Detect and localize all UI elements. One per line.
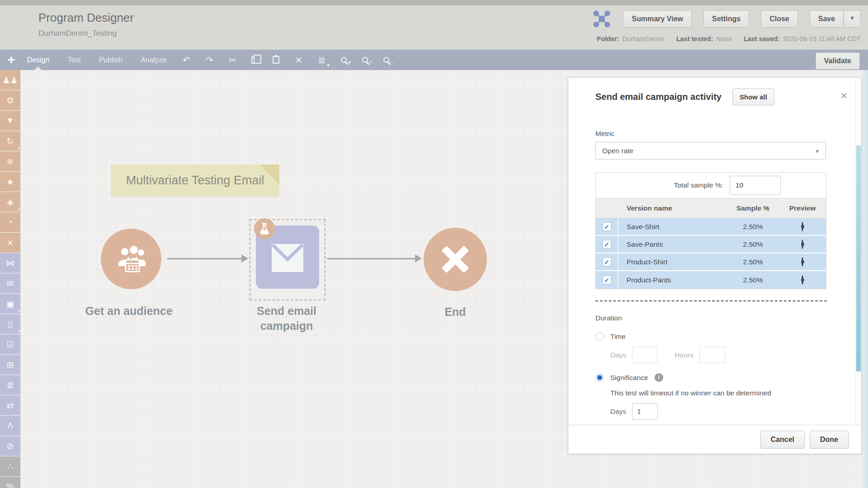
- end-icon: ✕: [7, 238, 14, 248]
- palette-wifi-icon[interactable]: ≋: [0, 151, 20, 171]
- tab-publish[interactable]: Publish: [99, 50, 123, 70]
- sync-audience-icon: ↻: [7, 136, 14, 146]
- palette-handshake-icon[interactable]: ⋈: [0, 253, 20, 273]
- tab-design[interactable]: Design: [27, 50, 50, 70]
- add-icon[interactable]: +: [7, 52, 15, 67]
- redo-icon[interactable]: ↷: [206, 55, 213, 66]
- version-checkbox[interactable]: ✓: [603, 258, 611, 266]
- palette-filter-icon[interactable]: ▼: [0, 111, 20, 131]
- timeout-text: This test will timeout if no winner can …: [610, 389, 832, 397]
- node-end[interactable]: [424, 228, 487, 291]
- version-checkbox[interactable]: ✓: [603, 240, 611, 249]
- meta-label: Last saved:: [744, 35, 780, 42]
- panel-scrollbar[interactable]: [855, 78, 861, 425]
- panel-close-icon[interactable]: ✕: [840, 90, 848, 101]
- palette-data-switch-icon[interactable]: ⇄: [0, 395, 20, 415]
- time-days-input[interactable]: [632, 347, 658, 363]
- validate-button[interactable]: Validate: [816, 52, 860, 70]
- node-send-email-campaign[interactable]: [250, 219, 326, 300]
- cut-icon[interactable]: ✂: [229, 55, 236, 66]
- percent-icon: %: [6, 482, 14, 488]
- significance-days-input[interactable]: [632, 403, 658, 420]
- info-icon[interactable]: i: [655, 373, 663, 382]
- palette-data-check-icon[interactable]: ≣: [0, 375, 20, 395]
- palette-design-compass-icon[interactable]: Λ: [0, 416, 20, 436]
- palette-favorite-icon[interactable]: ★: [0, 172, 20, 192]
- time-days-label: Days: [610, 351, 626, 359]
- undo-icon[interactable]: ↶: [183, 55, 190, 66]
- paste-icon[interactable]: [273, 56, 279, 64]
- toolbar-tabs: DesignTestPublishAnalyze: [27, 50, 167, 70]
- significance-radio[interactable]: [595, 373, 604, 382]
- meta-pair: Last tested: None: [676, 35, 732, 42]
- version-checkbox[interactable]: ✓: [603, 222, 611, 231]
- palette-audience-icon[interactable]: ♟♟: [0, 70, 20, 90]
- close-button[interactable]: Close: [761, 10, 798, 28]
- sticky-note-text: Multivariate Testing Email: [126, 174, 264, 188]
- flask-icon: [259, 223, 270, 235]
- zoom-out-icon[interactable]: −: [383, 57, 389, 63]
- save-dropdown-arrow[interactable]: ▼: [844, 10, 861, 28]
- design-compass-icon: Λ: [7, 421, 13, 431]
- summary-view-button[interactable]: Summary View: [623, 10, 692, 28]
- preview-eye-icon[interactable]: [802, 222, 803, 231]
- preview-column-header: Preview: [779, 204, 826, 212]
- palette-suppress-group-icon[interactable]: ⊘: [0, 436, 20, 456]
- envelope-icon: [268, 238, 307, 277]
- network-icon: [592, 10, 611, 28]
- table-header: Version name Sample % Preview: [596, 198, 826, 218]
- zoom-icon[interactable]: ▾: [341, 57, 347, 63]
- preview-eye-icon[interactable]: [802, 239, 803, 249]
- total-sample-input[interactable]: [730, 176, 781, 195]
- node-get-audience[interactable]: [101, 229, 161, 289]
- palette-decision-tree-icon[interactable]: ⊞: [0, 355, 20, 375]
- dashed-divider: [595, 300, 827, 301]
- meta-value: DurhamDenim: [622, 35, 664, 42]
- total-sample-row: Total sample %:: [596, 173, 826, 198]
- palette-email-icon[interactable]: ✉: [0, 273, 20, 293]
- preview-eye-icon[interactable]: [802, 257, 803, 267]
- panel-scrollbar-thumb[interactable]: [856, 145, 861, 371]
- version-checkbox[interactable]: ✓: [603, 276, 611, 284]
- preview-eye-icon[interactable]: [802, 275, 803, 285]
- palette-program-flow-icon[interactable]: ◈: [0, 192, 20, 212]
- done-button[interactable]: Done: [810, 431, 849, 449]
- palette-schedule-icon[interactable]: ◔: [0, 212, 20, 232]
- meta-value: 2020-06-15 11:48 AM CDT: [783, 35, 861, 42]
- show-all-button[interactable]: Show all: [732, 89, 774, 105]
- versions-table: Total sample %: Version name Sample % Pr…: [595, 172, 826, 289]
- version-name: Product-Pants: [618, 276, 727, 284]
- metric-dropdown[interactable]: Open rate ▼: [595, 142, 826, 160]
- sticky-note[interactable]: Multivariate Testing Email: [111, 164, 279, 197]
- suppress-group-icon: ⊘: [7, 441, 14, 451]
- zoom-in-icon[interactable]: +: [362, 57, 368, 63]
- canvas-scrollbar[interactable]: [862, 70, 868, 488]
- mobile-icon: ▯: [8, 319, 12, 329]
- profile-gear-icon: ⚙: [6, 95, 14, 106]
- time-radio[interactable]: [595, 332, 604, 341]
- tab-analyze[interactable]: Analyze: [141, 50, 166, 70]
- copy-icon[interactable]: [251, 56, 257, 64]
- metric-value: Open rate: [602, 147, 633, 155]
- palette-end-icon[interactable]: ✕: [0, 233, 20, 253]
- time-hours-input[interactable]: [699, 347, 725, 363]
- node-label-end: End: [410, 305, 500, 319]
- palette-percent-icon[interactable]: %: [0, 477, 20, 488]
- delete-icon[interactable]: ✕: [295, 55, 302, 66]
- palette-sync-audience-icon[interactable]: ↻: [0, 131, 20, 151]
- program-name: DurhamDenim_Testing: [38, 29, 117, 38]
- dropdown-caret-icon: ▼: [815, 148, 820, 155]
- palette-share-icon[interactable]: ∴: [0, 456, 20, 476]
- palette-mobile-icon[interactable]: ▯: [0, 314, 20, 334]
- time-hours-label: Hours: [675, 351, 693, 359]
- palette-profile-gear-icon[interactable]: ⚙: [0, 90, 20, 110]
- save-button[interactable]: Save: [810, 10, 844, 28]
- tab-test[interactable]: Test: [67, 50, 80, 70]
- settings-button[interactable]: Settings: [703, 10, 749, 28]
- align-icon[interactable]: ≣▾: [318, 55, 326, 66]
- palette-form-icon[interactable]: ☑: [0, 334, 20, 354]
- palette-campaign-copy-icon[interactable]: ▣: [0, 294, 20, 314]
- cancel-button[interactable]: Cancel: [760, 431, 805, 449]
- test-badge: [254, 218, 275, 239]
- version-sample: 2.50%: [727, 240, 779, 249]
